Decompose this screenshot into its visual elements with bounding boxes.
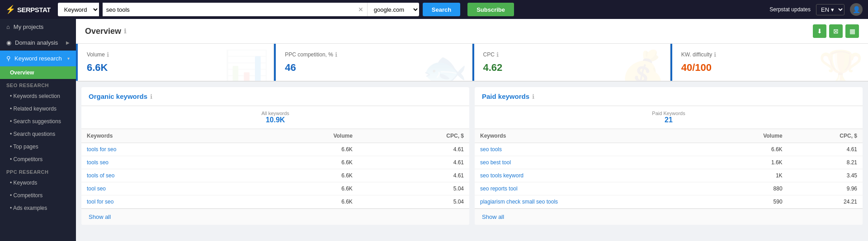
chevron-right-icon: ▶ xyxy=(66,40,70,45)
organic-show-all[interactable]: Show all xyxy=(81,209,469,225)
sidebar-item-domain-left: ◉ Domain analysis xyxy=(6,39,58,46)
search-button[interactable]: Search xyxy=(423,3,460,16)
cpc-cell: 4.61 xyxy=(358,156,469,169)
organic-keywords-panel: Organic keywords ℹ All keywords 10.9K Ke… xyxy=(81,87,469,225)
avatar[interactable]: 👤 xyxy=(850,3,863,16)
sidebar-sub-suggestions[interactable]: • Search suggestions xyxy=(0,115,76,128)
keyword-link[interactable]: tool for seo xyxy=(87,199,113,205)
keyword-link[interactable]: seo best tool xyxy=(480,159,511,166)
dot-icon: • xyxy=(10,118,14,125)
sidebar-item-keyword-left: ⚲ Keyword research xyxy=(6,55,62,62)
organic-summary-label: All keywords xyxy=(261,111,289,116)
dot-icon: • xyxy=(10,131,14,137)
volume-cell: 1.6K xyxy=(708,156,788,169)
related-keywords-label: Related keywords xyxy=(14,106,57,112)
sidebar-item-label: Keyword research xyxy=(14,55,62,62)
sidebar-sub-ppc-keywords[interactable]: • Keywords xyxy=(0,176,76,189)
dot-icon: • xyxy=(10,180,14,186)
paid-show-all[interactable]: Show all xyxy=(475,209,863,225)
share-button[interactable]: ⊠ xyxy=(829,24,843,38)
organic-summary-value: 10.9K xyxy=(266,116,285,124)
cpc-cell: 5.04 xyxy=(358,195,469,209)
content-area: Overview ℹ ⬇ ⊠ ▦ Volume ℹ 6.6K 📊 PPC xyxy=(76,19,868,241)
sidebar-sub-competitors[interactable]: • Competitors xyxy=(0,153,76,166)
volume-cell: 6.6K xyxy=(240,182,358,195)
keyword-cell: seo reports tool xyxy=(475,182,708,195)
overview-info-icon[interactable]: ℹ xyxy=(124,28,126,35)
sidebar-sub-ads[interactable]: • Ads examples xyxy=(0,202,76,214)
dot-icon: • xyxy=(10,205,13,211)
keyword-cell: tools seo xyxy=(81,156,240,169)
cpc-cell: 3.45 xyxy=(788,169,863,182)
difficulty-bg-icon: 🏆 xyxy=(818,48,863,81)
overview-title: Overview ℹ xyxy=(85,27,126,36)
volume-info-icon[interactable]: ℹ xyxy=(107,51,109,58)
paid-summary: Paid Keywords 21 xyxy=(475,106,863,129)
table-row: seo best tool 1.6K 8.21 xyxy=(475,156,863,169)
paid-title: Paid keywords xyxy=(482,93,529,100)
keyword-link[interactable]: tools for seo xyxy=(87,146,116,153)
volume-cell: 6.6K xyxy=(240,143,358,156)
search-suggestions-label: Search suggestions xyxy=(14,118,61,125)
top-pages-label: Top pages xyxy=(13,144,38,150)
volume-bg-icon: 📊 xyxy=(224,48,269,81)
overview-header: Overview ℹ ⬇ ⊠ ▦ xyxy=(76,19,868,44)
dot-icon: • xyxy=(10,156,14,162)
metric-cpc: CPC ℹ 4.62 💰 xyxy=(472,44,670,81)
sidebar-sub-related[interactable]: • Related keywords xyxy=(0,102,76,115)
paid-summary-value: 21 xyxy=(665,116,673,124)
chevron-down-icon: ▾ xyxy=(67,56,70,61)
volume-cell: 1K xyxy=(708,169,788,182)
paid-summary-label: Paid Keywords xyxy=(652,111,685,116)
sidebar-sub-overview[interactable]: Overview xyxy=(0,66,76,79)
sidebar-sub-questions[interactable]: • Search questions xyxy=(0,128,76,140)
page-title: Overview xyxy=(85,27,121,36)
table-row: seo tools keyword 1K 3.45 xyxy=(475,169,863,182)
download-button[interactable]: ⬇ xyxy=(813,24,826,38)
lang-select[interactable]: EN ▾ RU DE xyxy=(816,4,844,15)
cpc-cell: 4.61 xyxy=(788,143,863,156)
keyword-link[interactable]: seo reports tool xyxy=(480,185,518,192)
ppc-competitors-label: Competitors xyxy=(14,192,43,199)
sidebar-sub-ppc-competitors[interactable]: • Competitors xyxy=(0,189,76,202)
cpc-cell: 8.21 xyxy=(788,156,863,169)
competitors-label: Competitors xyxy=(14,156,43,162)
keyword-link[interactable]: tools seo xyxy=(87,159,108,166)
keyword-link[interactable]: tools of seo xyxy=(87,172,114,179)
paid-col-cpc: CPC, $ xyxy=(788,129,863,143)
search-icon: ⚲ xyxy=(6,55,11,62)
search-input[interactable] xyxy=(103,3,354,16)
paid-info-icon[interactable]: ℹ xyxy=(532,93,534,100)
sidebar-section-ppc: PPC research xyxy=(0,166,76,176)
keyword-link[interactable]: seo tools keyword xyxy=(480,172,524,179)
organic-info-icon[interactable]: ℹ xyxy=(150,93,152,100)
engine-select[interactable]: google.com google.co.uk bing.com xyxy=(367,3,419,16)
table-row: seo reports tool 880 9.96 xyxy=(475,182,863,195)
updates-link[interactable]: Serpstat updates xyxy=(769,6,811,13)
sidebar-sub-toppages[interactable]: • Top pages xyxy=(0,140,76,153)
difficulty-info-icon[interactable]: ℹ xyxy=(714,51,716,58)
paid-col-volume: Volume xyxy=(708,129,788,143)
organic-col-keywords: Keywords xyxy=(81,129,240,143)
ppc-info-icon[interactable]: ℹ xyxy=(335,51,337,58)
subscribe-button[interactable]: Subscribe xyxy=(467,3,514,16)
keyword-link[interactable]: seo tools xyxy=(480,146,502,153)
metrics-row: Volume ℹ 6.6K 📊 PPC competition, % ℹ 46 … xyxy=(76,44,868,82)
sidebar-item-projects[interactable]: ⌂ My projects xyxy=(0,19,76,35)
cpc-info-icon[interactable]: ℹ xyxy=(496,51,499,58)
sidebar-sub-keywords-selection[interactable]: • Keywords selection xyxy=(0,90,76,102)
keyword-link[interactable]: tool seo xyxy=(87,185,106,192)
sidebar-item-domain[interactable]: ◉ Domain analysis ▶ xyxy=(0,35,76,51)
header-actions: ⬇ ⊠ ▦ xyxy=(813,24,859,38)
globe-icon: ◉ xyxy=(6,39,11,46)
paid-table: Keywords Volume CPC, $ seo tools 6.6K 4.… xyxy=(475,129,863,209)
grid-button[interactable]: ▦ xyxy=(845,24,859,38)
sidebar-item-keyword[interactable]: ⚲ Keyword research ▾ xyxy=(0,51,76,66)
volume-cell: 880 xyxy=(708,182,788,195)
keyword-link[interactable]: plagiarism check small seo tools xyxy=(480,199,558,205)
search-type-select[interactable]: Keyword Domain URL xyxy=(58,3,99,16)
two-col-section: Organic keywords ℹ All keywords 10.9K Ke… xyxy=(76,82,868,230)
clear-button[interactable]: ✕ xyxy=(354,3,367,16)
keyword-cell: seo tools keyword xyxy=(475,169,708,182)
table-row: tools seo 6.6K 4.61 xyxy=(81,156,469,169)
